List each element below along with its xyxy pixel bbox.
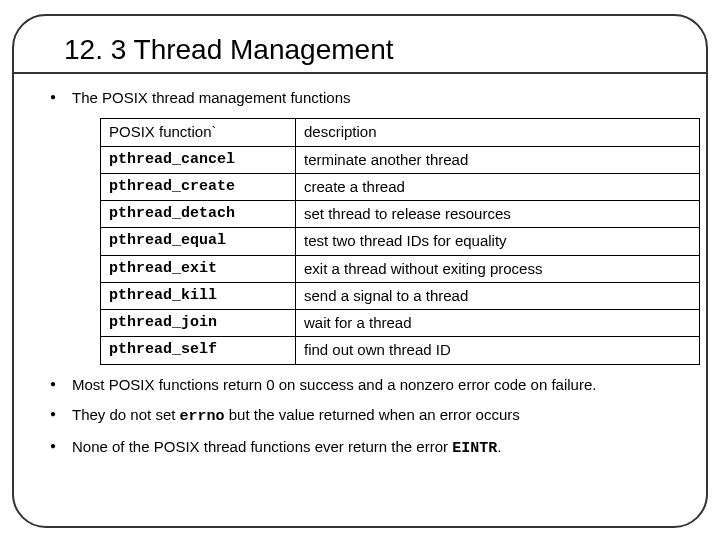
bullet-text: but the value returned when an error occ… bbox=[225, 406, 520, 423]
bullet-item: None of the POSIX thread functions ever … bbox=[50, 437, 678, 459]
desc-cell: exit a thread without exiting process bbox=[296, 255, 700, 282]
desc-cell: create a thread bbox=[296, 173, 700, 200]
table-header-desc: description bbox=[296, 119, 700, 146]
bullet-item: Most POSIX functions return 0 on success… bbox=[50, 375, 678, 395]
table-row: pthread_equal test two thread IDs for eq… bbox=[101, 228, 700, 255]
table-row: pthread_cancel terminate another thread bbox=[101, 146, 700, 173]
table-row: pthread_join wait for a thread bbox=[101, 310, 700, 337]
desc-cell: wait for a thread bbox=[296, 310, 700, 337]
table-header-fn: POSIX function` bbox=[101, 119, 296, 146]
fn-cell: pthread_exit bbox=[101, 255, 296, 282]
fn-cell: pthread_equal bbox=[101, 228, 296, 255]
desc-cell: test two thread IDs for equality bbox=[296, 228, 700, 255]
intro-text: The POSIX thread management functions bbox=[72, 89, 351, 106]
fn-cell: pthread_kill bbox=[101, 282, 296, 309]
table-row: pthread_detach set thread to release res… bbox=[101, 201, 700, 228]
posix-function-table: POSIX function` description pthread_canc… bbox=[100, 118, 700, 364]
fn-cell: pthread_cancel bbox=[101, 146, 296, 173]
fn-cell: pthread_join bbox=[101, 310, 296, 337]
bullet-item: They do not set errno but the value retu… bbox=[50, 405, 678, 427]
table-row: pthread_self find out own thread ID bbox=[101, 337, 700, 364]
bullet-text: They do not set bbox=[72, 406, 180, 423]
fn-cell: pthread_self bbox=[101, 337, 296, 364]
code-eintr: EINTR bbox=[452, 440, 497, 457]
table-row: pthread_kill send a signal to a thread bbox=[101, 282, 700, 309]
fn-cell: pthread_create bbox=[101, 173, 296, 200]
fn-cell: pthread_detach bbox=[101, 201, 296, 228]
bullet-text: None of the POSIX thread functions ever … bbox=[72, 438, 452, 455]
table-row: pthread_create create a thread bbox=[101, 173, 700, 200]
bullet-list: The POSIX thread management functions PO… bbox=[42, 88, 678, 459]
slide-frame: 12. 3 Thread Management The POSIX thread… bbox=[12, 14, 708, 528]
bullet-intro: The POSIX thread management functions PO… bbox=[50, 88, 678, 365]
code-errno: errno bbox=[180, 408, 225, 425]
bullet-text: . bbox=[497, 438, 501, 455]
bullet-text: Most POSIX functions return 0 on success… bbox=[72, 376, 596, 393]
title-rule bbox=[14, 72, 706, 74]
desc-cell: terminate another thread bbox=[296, 146, 700, 173]
page-title: 12. 3 Thread Management bbox=[64, 34, 678, 66]
table-row: pthread_exit exit a thread without exiti… bbox=[101, 255, 700, 282]
desc-cell: set thread to release resources bbox=[296, 201, 700, 228]
desc-cell: find out own thread ID bbox=[296, 337, 700, 364]
desc-cell: send a signal to a thread bbox=[296, 282, 700, 309]
table-header-row: POSIX function` description bbox=[101, 119, 700, 146]
